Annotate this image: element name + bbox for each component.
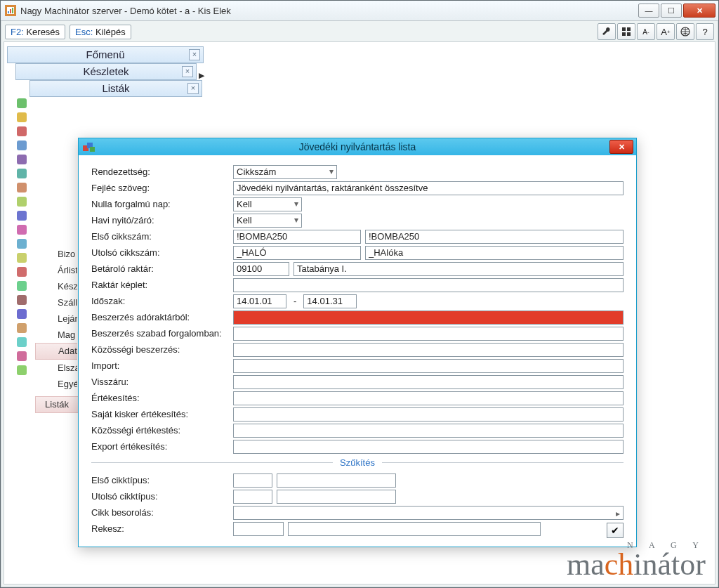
shortcut-esc-exit[interactable]: Esc: Kilépés <box>70 25 131 39</box>
maximize-button[interactable]: ☐ <box>661 4 682 18</box>
input-utolso-cikkszam-b[interactable] <box>365 246 624 260</box>
label-nulla-nap: Nulla forgalmú nap: <box>91 199 233 209</box>
dialog-body: Rendezettség: Cikkszám Fejléc szöveg: Nu… <box>79 155 636 547</box>
input-elso-cikktipus-b[interactable] <box>277 473 396 488</box>
divider-szukites: Szűkítés <box>91 457 624 468</box>
select-havi[interactable]: Kell <box>233 214 302 228</box>
input-elso-cikkszam-a[interactable] <box>233 230 361 244</box>
input-besz-szabad[interactable] <box>233 327 624 341</box>
menu-elszamo[interactable]: Elszámo <box>35 360 77 376</box>
tab-keszletek-close-icon[interactable]: × <box>182 66 193 77</box>
input-besz-adoraktar[interactable] <box>233 311 624 325</box>
app-icon <box>5 5 16 16</box>
font-smaller-icon[interactable]: A- <box>637 23 655 40</box>
font-larger-icon[interactable]: A+ <box>657 23 675 40</box>
label-rekesz: Rekesz: <box>91 523 233 534</box>
svg-rect-8 <box>627 32 631 36</box>
menu-egyebf[interactable]: Egyéb f <box>35 376 77 392</box>
label-idoszak: Időszak: <box>91 296 233 306</box>
dialog-titlebar: Jövedéki nyilvántartás lista ✕ <box>79 138 636 155</box>
tab-listak[interactable]: Listák × <box>29 80 202 97</box>
input-elso-cikkszam-b[interactable] <box>365 230 624 244</box>
globe-icon[interactable] <box>676 23 694 40</box>
svg-rect-6 <box>627 27 631 31</box>
input-utolso-cikktipus-a[interactable] <box>233 490 272 504</box>
label-elso-cikktipus: Első cikktípus: <box>91 475 233 485</box>
dialog-app-icon <box>83 141 95 153</box>
input-betarolo-name[interactable] <box>293 262 624 276</box>
tab-fomenu[interactable]: Főmenü × <box>7 46 204 63</box>
label-fejlec: Fejléc szöveg: <box>91 183 233 193</box>
menu-mag[interactable]: Mag <box>35 327 77 343</box>
listak-bottom-button[interactable]: Listák <box>35 396 78 413</box>
select-nulla-nap[interactable]: Kell <box>233 197 302 211</box>
tab-fomenu-close-icon[interactable]: × <box>189 49 200 60</box>
input-fejlec[interactable] <box>233 181 624 195</box>
input-koz-beszerzes[interactable] <box>233 343 624 357</box>
application-window: Nagy Machinátor szerver - Demó kötet - a… <box>0 0 719 588</box>
shortcut-f2-search[interactable]: F2: Keresés <box>5 25 65 39</box>
input-rekesz-b[interactable] <box>288 522 541 536</box>
svg-rect-5 <box>622 27 626 31</box>
menu-szalli[interactable]: Szálli <box>35 294 77 311</box>
svg-rect-2 <box>8 11 9 13</box>
label-cikk-besorolas: Cikk besorolás: <box>91 507 233 518</box>
chevron-right-icon: ▸ <box>616 509 620 518</box>
titlebar: Nagy Machinátor szerver - Demó kötet - a… <box>1 1 718 21</box>
window-title: Nagy Machinátor szerver - Demó kötet - a… <box>20 6 637 16</box>
tab-listak-close-icon[interactable]: × <box>187 83 199 94</box>
input-export-ert[interactable] <box>233 440 624 454</box>
dialog-close-button[interactable]: ✕ <box>609 140 633 154</box>
close-window-button[interactable]: ✕ <box>683 4 715 18</box>
tab-keszletek[interactable]: Készletek × ▶ <box>15 63 197 80</box>
input-raktar-keplet[interactable] <box>233 278 624 292</box>
input-idoszak-to[interactable] <box>303 294 357 308</box>
label-besz-szabad: Beszerzés szabad forgalomban: <box>91 328 233 339</box>
combo-cikk-besorolas[interactable]: ▸ <box>233 506 624 520</box>
svg-rect-4 <box>12 8 13 13</box>
select-rendezettseg[interactable]: Cikkszám <box>233 165 337 179</box>
input-rekesz-a[interactable] <box>233 522 284 536</box>
label-visszaru: Visszáru: <box>91 377 233 387</box>
input-elso-cikktipus-a[interactable] <box>233 473 272 488</box>
grid-icon[interactable] <box>617 23 635 40</box>
content-area: Főmenü × Készletek × ▶ Listák × Bizo <box>4 41 715 584</box>
peek-menu: Bizo Árlist Kész Szálli Lejár Mag Adat E… <box>35 246 77 392</box>
input-utolso-cikktipus-b[interactable] <box>277 490 396 504</box>
idoszak-dash: - <box>291 296 299 306</box>
label-elso-cikkszam: Első cikkszám: <box>91 231 233 242</box>
confirm-check-button[interactable]: ✔ <box>607 523 624 538</box>
label-import: Import: <box>91 360 233 371</box>
menu-bizo[interactable]: Bizo <box>35 246 77 262</box>
label-utolso-cikktipus: Utolsó cikktípus: <box>91 491 233 502</box>
input-utolso-cikkszam-a[interactable] <box>233 246 361 260</box>
label-sajat-kisker: Saját kisker értékesítés: <box>91 409 233 419</box>
label-rendezettseg: Rendezettség: <box>91 166 233 177</box>
label-ertekesites: Értékesítés: <box>91 393 233 403</box>
toolbar: F2: Keresés Esc: Kilépés A- A+ ? <box>1 21 718 42</box>
label-betarolo: Betároló raktár: <box>91 263 233 274</box>
label-havi: Havi nyitó/záró: <box>91 215 233 226</box>
svg-rect-12 <box>90 147 95 152</box>
input-ertekesites[interactable] <box>233 391 624 405</box>
input-import[interactable] <box>233 359 624 373</box>
minimize-button[interactable]: — <box>638 4 659 18</box>
menu-kesz[interactable]: Kész <box>35 278 77 294</box>
input-idoszak-from[interactable] <box>233 294 286 308</box>
input-betarolo-code[interactable] <box>233 262 289 276</box>
menu-lejar[interactable]: Lejár <box>35 311 77 327</box>
settings-wrench-icon[interactable] <box>598 23 616 40</box>
label-utolso-cikkszam: Utolsó cikkszám: <box>91 247 233 258</box>
menu-adat[interactable]: Adat <box>35 343 77 360</box>
help-icon[interactable]: ? <box>696 23 714 40</box>
input-visszaru[interactable] <box>233 375 624 389</box>
svg-rect-3 <box>10 9 11 13</box>
tab-stack: Főmenü × Készletek × ▶ Listák × <box>4 46 204 97</box>
input-koz-ertekesites[interactable] <box>233 424 624 438</box>
label-koz-ertekesites: Közösségi értékestés: <box>91 425 233 436</box>
menu-arlist[interactable]: Árlist <box>35 262 77 278</box>
input-sajat-kisker[interactable] <box>233 407 624 422</box>
dialog-title: Jövedéki nyilvántartás lista <box>299 141 416 152</box>
label-raktar-keplet: Raktár képlet: <box>91 280 233 290</box>
icon-rail-left <box>17 98 28 379</box>
